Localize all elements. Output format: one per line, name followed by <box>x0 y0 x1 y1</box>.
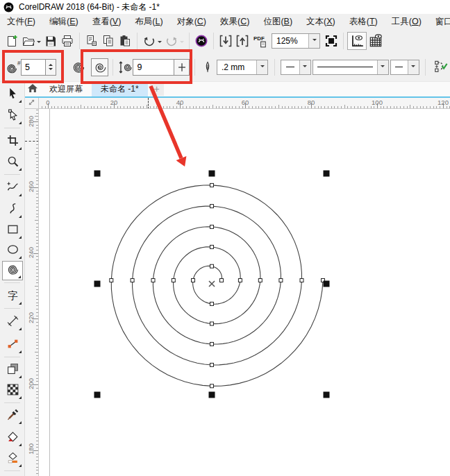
selection-handle[interactable] <box>324 281 330 287</box>
spiral-node[interactable] <box>131 279 134 282</box>
selection-handle[interactable] <box>209 392 215 398</box>
undo-button[interactable] <box>141 32 163 50</box>
logarithmic-spiral-button[interactable] <box>91 58 109 76</box>
publish-to-pdf-button[interactable]: PDF <box>251 32 269 50</box>
print-button[interactable] <box>59 32 76 50</box>
spiral-node[interactable] <box>210 205 214 208</box>
chevron-down-icon[interactable] <box>180 41 184 45</box>
document-tab-2[interactable]: 未命名 -1* <box>92 82 148 96</box>
toggle-rulers-button[interactable] <box>347 32 367 50</box>
selection-handle[interactable] <box>94 392 101 398</box>
arrow-end-combo[interactable] <box>390 60 419 75</box>
document-tab-1[interactable]: 欢迎屏幕 <box>40 82 92 96</box>
zoom-tool-button[interactable] <box>2 153 23 172</box>
arrow-start-combo[interactable] <box>281 60 311 75</box>
spiral-node[interactable] <box>210 322 214 325</box>
text-tool-button[interactable]: 字 <box>2 287 23 306</box>
menu-item-8[interactable]: 文本(X) <box>299 14 342 29</box>
spinner-down-icon[interactable] <box>49 68 53 72</box>
selection-handle[interactable] <box>94 171 101 177</box>
line-style-combo[interactable] <box>312 60 389 75</box>
dimension-tool-button[interactable] <box>2 312 23 332</box>
paste-special-button[interactable] <box>83 32 100 50</box>
spiral-node[interactable] <box>210 245 214 248</box>
zoom-level-combo[interactable] <box>272 33 320 49</box>
spiral-node[interactable] <box>210 302 214 305</box>
crop-tool-button[interactable] <box>2 132 23 151</box>
copy-button[interactable] <box>100 32 117 50</box>
ellipse-tool-button[interactable] <box>2 241 23 260</box>
fullscreen-preview-button[interactable] <box>323 32 340 50</box>
new-tab-button[interactable]: + <box>150 83 164 96</box>
horizontal-ruler[interactable]: 020406080100120 <box>39 98 450 109</box>
freehand-tool-button[interactable] <box>2 178 23 198</box>
spiral-path[interactable] <box>111 185 323 386</box>
import-button[interactable] <box>217 32 234 50</box>
chevron-down-icon[interactable] <box>37 41 41 45</box>
drawing-canvas[interactable] <box>39 109 450 476</box>
spiral-node[interactable] <box>151 279 155 282</box>
eyedropper-tool-button[interactable] <box>2 406 23 425</box>
spiral-node[interactable] <box>258 279 262 282</box>
rectangle-tool-button[interactable] <box>2 221 23 240</box>
transparency-tool-button[interactable] <box>2 381 23 400</box>
spiral-tool-button[interactable] <box>2 261 23 280</box>
paste-button[interactable] <box>117 32 133 50</box>
shape-tool-button[interactable] <box>2 106 23 126</box>
toggle-grid-button[interactable] <box>367 32 385 50</box>
redo-button[interactable] <box>163 32 185 50</box>
selection-handle[interactable] <box>209 171 215 177</box>
new-document-button[interactable] <box>3 32 20 50</box>
chevron-down-icon[interactable] <box>158 41 162 45</box>
menu-item-2[interactable]: 编辑(E) <box>42 14 85 29</box>
spiral-node[interactable] <box>192 279 195 282</box>
open-document-button[interactable] <box>20 32 42 50</box>
spiral-node[interactable] <box>210 363 214 366</box>
home-button[interactable] <box>25 82 40 96</box>
line-style-dropdown[interactable] <box>377 60 388 74</box>
outline-width-combo[interactable] <box>217 60 268 75</box>
menu-item-7[interactable]: 位图(B) <box>256 14 299 29</box>
menu-item-1[interactable]: 文件(F) <box>0 14 42 29</box>
selection-handle[interactable] <box>324 171 330 177</box>
ruler-origin-corner[interactable] <box>25 98 39 109</box>
arrow-end-dropdown[interactable] <box>408 60 419 74</box>
spiral-node[interactable] <box>210 183 214 187</box>
spinner-up-icon[interactable] <box>49 62 53 66</box>
menu-item-4[interactable]: 布局(L) <box>128 14 169 29</box>
spiral-node[interactable] <box>238 279 242 282</box>
zoom-level-input[interactable] <box>272 34 308 48</box>
connector-tool-button[interactable] <box>2 335 23 355</box>
application-launcher-button[interactable] <box>193 32 210 50</box>
menu-item-6[interactable]: 效果(C) <box>213 14 256 29</box>
menu-item-3[interactable]: 查看(V) <box>85 14 128 29</box>
zoom-level-dropdown[interactable] <box>308 34 319 48</box>
menu-item-9[interactable]: 表格(T) <box>342 14 385 29</box>
export-button[interactable] <box>234 32 251 50</box>
menu-item-5[interactable]: 对象(C) <box>170 14 213 29</box>
spiral-revolutions-spinner[interactable] <box>46 59 56 76</box>
menu-item-11[interactable]: 窗口(W) <box>428 14 450 29</box>
spiral-node[interactable] <box>210 342 214 346</box>
smart-fill-tool-button[interactable] <box>2 449 23 468</box>
drop-shadow-tool-button[interactable] <box>2 360 23 380</box>
symmetric-spiral-button[interactable] <box>69 58 88 76</box>
selection-handle[interactable] <box>94 281 101 287</box>
spiral-node[interactable] <box>172 279 175 282</box>
arrow-start-dropdown[interactable] <box>299 60 310 74</box>
spiral-node[interactable] <box>279 279 283 282</box>
selection-handle[interactable] <box>324 392 330 398</box>
outline-width-input[interactable] <box>217 60 256 74</box>
menu-item-10[interactable]: 工具(O) <box>385 14 428 29</box>
vertical-ruler[interactable]: 280260240220200180 <box>25 109 39 476</box>
curve-tool-button[interactable] <box>2 200 23 219</box>
pick-tool-button[interactable] <box>2 85 23 104</box>
spiral-node[interactable] <box>300 279 303 282</box>
close-curve-button[interactable] <box>431 58 450 76</box>
save-button[interactable] <box>42 32 59 50</box>
outline-width-dropdown[interactable] <box>256 60 267 74</box>
spiral-revolutions-input[interactable] <box>21 59 46 76</box>
spiral-node[interactable] <box>110 279 113 282</box>
spiral-node[interactable] <box>210 384 214 388</box>
spiral-node[interactable] <box>210 264 214 268</box>
